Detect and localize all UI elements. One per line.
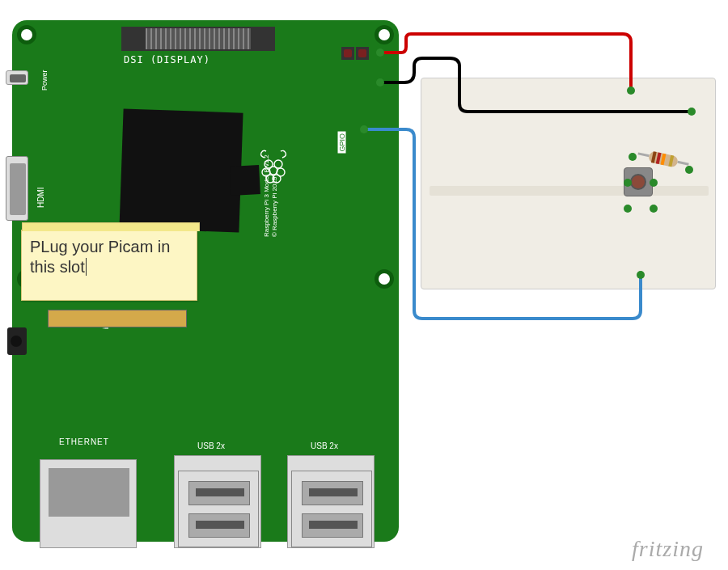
usb-label: USB 2x <box>197 441 225 450</box>
power-label: Power <box>40 70 49 91</box>
hdmi-label: HDMI <box>36 187 45 208</box>
mount-hole <box>375 269 394 289</box>
soc-chip <box>119 108 243 232</box>
gpio-label: GPIO <box>338 132 346 154</box>
dsi-display-connector <box>121 27 275 51</box>
ram-chip <box>230 165 260 196</box>
wiring-diagram: DSI (DISPLAY) Power HDMI io Raspberry Pi… <box>0 0 728 570</box>
breadboard <box>421 78 716 289</box>
ethernet-label: ETHERNET <box>59 437 109 446</box>
hdmi-port <box>6 156 28 221</box>
micro-usb-power-port <box>6 70 28 85</box>
mount-hole <box>375 25 394 44</box>
tactile-pushbutton <box>618 162 658 202</box>
csi-camera-slot <box>48 310 187 327</box>
usb-label: USB 2x <box>311 441 338 450</box>
dsi-label: DSI (DISPLAY) <box>124 54 210 65</box>
mount-hole <box>17 25 36 44</box>
annotation-note: PLug your Picam in this slot <box>21 230 197 301</box>
model-label: Raspberry Pi 3 Model B v1.2© Raspberry P… <box>263 154 280 237</box>
note-text: PLug your Picam in this slot <box>30 238 170 276</box>
usb-port-block: USB 2x <box>287 455 375 548</box>
fritzing-attribution: fritzing <box>632 536 704 562</box>
gpio-header <box>341 46 370 350</box>
usb-port-block: USB 2x <box>174 455 261 548</box>
ethernet-port <box>40 459 137 548</box>
audio-jack <box>7 327 27 355</box>
